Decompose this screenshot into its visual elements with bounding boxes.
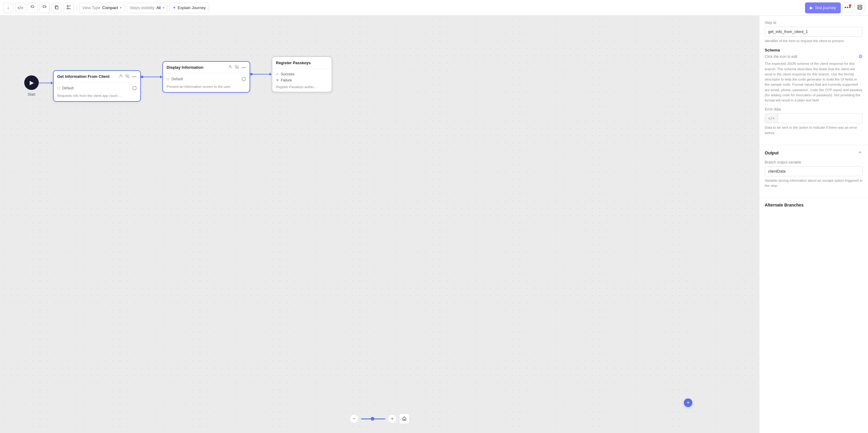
schema-click-text: Click the icon to edit xyxy=(765,55,797,59)
arrow xyxy=(51,82,53,85)
node-register-title: Register Passkeys xyxy=(276,61,311,65)
zoom-slider-thumb xyxy=(371,417,374,421)
display-branch-handle[interactable] xyxy=(242,77,246,81)
view-type-value: Compact xyxy=(102,5,118,10)
drag-dot xyxy=(59,87,60,88)
view-type-label: View Type xyxy=(82,5,100,10)
error-data-input[interactable] xyxy=(778,114,862,123)
test-journey-label: Test journey xyxy=(815,5,836,10)
drag-handle[interactable] xyxy=(57,87,60,89)
step-id-section: Step Id Identifier of the form to reques… xyxy=(759,16,868,145)
display-eye-off-icon[interactable] xyxy=(235,65,239,70)
alternate-branches-header: Alternate Branches xyxy=(765,203,863,208)
save-button[interactable] xyxy=(855,3,865,13)
drag-dot xyxy=(57,87,58,88)
minus-icon: − xyxy=(352,416,355,422)
check-icon: ✓ xyxy=(276,72,279,76)
display-more-icon[interactable]: ••• xyxy=(241,65,246,70)
zoom-slider[interactable] xyxy=(361,419,385,420)
copy-icon xyxy=(54,5,59,10)
redo-button[interactable] xyxy=(39,3,50,13)
code-tag: </> xyxy=(765,114,778,123)
error-data-desc: Data to be sent to the action to indicat… xyxy=(765,125,863,136)
line xyxy=(251,74,270,74)
schema-field: Schema Click the icon to edit ⚙ The expe… xyxy=(765,48,863,103)
node-get-info[interactable]: Get Information From Client ••• xyxy=(53,70,141,102)
steps-visibility-dropdown[interactable]: Steps visibility All ▾ xyxy=(127,3,167,13)
start-node[interactable]: ▶ Start xyxy=(24,75,39,97)
branch-output-input[interactable] xyxy=(765,166,863,176)
register-success-branch: ✓ Success xyxy=(276,71,328,77)
collapse-output-button[interactable] xyxy=(858,150,863,156)
drag-dot xyxy=(166,79,167,80)
node-get-info-actions: ••• xyxy=(119,74,136,79)
svg-rect-0 xyxy=(56,6,58,9)
start-circle[interactable]: ▶ xyxy=(24,75,39,90)
step-id-input[interactable] xyxy=(765,27,863,37)
add-node-button[interactable]: + xyxy=(684,399,692,407)
node-get-info-header: Get Information From Client ••• xyxy=(54,71,140,82)
step-id-label: Step Id xyxy=(765,21,863,25)
zoom-controls: − + xyxy=(349,413,409,424)
schema-row: Schema xyxy=(765,48,863,52)
drag-dot xyxy=(166,78,167,79)
alternate-branches-section: Alternate Branches xyxy=(759,198,868,216)
x-icon: ✕ xyxy=(276,78,279,82)
connector-display-register xyxy=(250,73,272,76)
explain-journey-button[interactable]: ✦ Explain Journey xyxy=(169,3,209,13)
test-journey-button[interactable]: ▶ Test journey xyxy=(805,2,841,13)
node-register-passkeys[interactable]: Register Passkeys ✓ Success ✕ Failure Re… xyxy=(272,56,332,92)
home-button[interactable] xyxy=(399,413,409,424)
canvas[interactable]: ▶ Start Get Information From Client xyxy=(0,16,759,433)
display-user-icon[interactable] xyxy=(228,65,232,70)
zoom-out-button[interactable]: − xyxy=(349,414,359,423)
register-failure-label: Failure xyxy=(281,78,292,82)
eye-off-icon[interactable] xyxy=(125,74,130,79)
line xyxy=(39,83,51,83)
user-icon[interactable] xyxy=(119,74,123,79)
node-display-info-branch: Default xyxy=(166,76,246,82)
notification-dot xyxy=(849,4,851,7)
output-section-header: Output xyxy=(765,150,863,156)
copy-button[interactable] xyxy=(52,3,62,13)
more-options-button[interactable]: ••• xyxy=(842,3,853,13)
view-type-dropdown[interactable]: View Type Compact ▾ xyxy=(79,3,125,13)
node-display-info-body: Default Present an information screen to… xyxy=(163,73,250,92)
node-register-body: ✓ Success ✕ Failure Register Passkeys au… xyxy=(272,69,332,92)
node-display-info-header: Display Information ••• xyxy=(163,62,250,73)
undo-icon xyxy=(30,5,35,10)
undo-button[interactable] xyxy=(27,3,37,13)
zoom-in-button[interactable]: + xyxy=(388,414,397,423)
error-data-label: Error data xyxy=(765,107,863,112)
gear-icon[interactable]: ⚙ xyxy=(858,54,863,59)
svg-rect-5 xyxy=(858,7,861,9)
scissors-button[interactable] xyxy=(64,3,74,13)
play-icon: ▶ xyxy=(810,5,813,10)
node-get-info-desc: Requests info from the client app (such … xyxy=(57,93,136,98)
right-panel: Step Id Identifier of the form to reques… xyxy=(759,16,868,433)
scissors-icon xyxy=(66,5,71,10)
node-register-header: Register Passkeys xyxy=(272,57,332,69)
back-button[interactable]: ‹ xyxy=(3,3,13,13)
node-get-info-branch-label: Default xyxy=(62,86,73,90)
save-icon xyxy=(857,4,863,11)
svg-rect-4 xyxy=(859,5,861,7)
register-failure-branch: ✕ Failure xyxy=(276,77,328,83)
node-display-info-actions: ••• xyxy=(228,65,246,70)
schema-desc: The expected JSON scheme of the client r… xyxy=(765,61,863,103)
branch-output-field: Branch output variable Variable storing … xyxy=(765,160,863,189)
branch-handle[interactable] xyxy=(132,86,136,90)
node-display-info[interactable]: Display Information ••• xyxy=(162,61,250,93)
back-icon: ‹ xyxy=(7,5,9,10)
code-button[interactable]: </> xyxy=(15,3,26,13)
alternate-branches-label: Alternate Branches xyxy=(765,203,804,208)
register-success-label: Success xyxy=(281,72,294,76)
node-display-branch-label: Default xyxy=(172,77,183,81)
node-get-info-branch: Default xyxy=(57,85,136,91)
branch-output-label: Branch output variable xyxy=(765,160,863,164)
step-id-desc: Identifier of the form to request the cl… xyxy=(765,38,863,43)
drag-dot xyxy=(168,78,169,79)
node-more-icon[interactable]: ••• xyxy=(132,74,136,79)
branch-output-desc: Variable storing information about an es… xyxy=(765,178,863,189)
register-desc: Register Passkeys auther... xyxy=(276,85,328,89)
